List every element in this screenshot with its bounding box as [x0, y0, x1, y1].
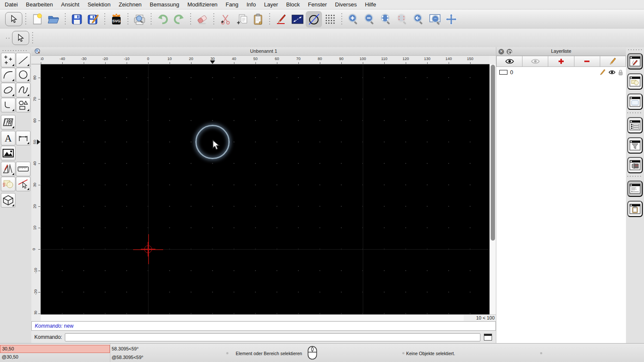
menu-item[interactable]: Bearbeiten — [26, 1, 53, 8]
coordinate-relative: @30,50 — [2, 354, 18, 359]
image-tool-button[interactable] — [1, 146, 15, 160]
hide-all-layers-button[interactable] — [522, 56, 548, 67]
undo-button[interactable] — [155, 11, 171, 27]
command-line-panel-button[interactable] — [627, 181, 643, 197]
zoom-window-button[interactable] — [427, 11, 443, 27]
show-all-layers-button[interactable] — [496, 56, 522, 67]
draw-misc-tools-button[interactable] — [1, 162, 15, 176]
document-title-bar[interactable]: Unbenannt 1 — [31, 47, 496, 56]
shape-tools-button[interactable] — [16, 98, 30, 112]
edit-pencil-icon[interactable] — [599, 69, 606, 75]
circle-icon — [18, 69, 29, 81]
clipboard-panel-button[interactable] — [627, 201, 643, 217]
add-layer-button[interactable] — [548, 56, 574, 67]
delete-button[interactable] — [194, 11, 210, 27]
horizontal-scrollbar[interactable] — [41, 314, 464, 321]
toolbar-separator — [32, 32, 33, 44]
menu-item[interactable]: Ansicht — [61, 1, 79, 8]
line-tools-button[interactable] — [16, 53, 30, 67]
layer-color-swatch[interactable] — [499, 70, 507, 75]
ellipse-tools-button[interactable] — [1, 83, 15, 97]
menu-item[interactable]: Datei — [5, 1, 18, 8]
remove-layer-button[interactable] — [574, 56, 600, 67]
detach-command-line-button[interactable] — [484, 334, 492, 341]
grid-toggle-button[interactable] — [322, 11, 338, 27]
point-tools-button[interactable] — [1, 53, 15, 67]
layer-list-panel: ✕ Layerliste 0 — [496, 47, 626, 343]
open-file-button[interactable] — [46, 11, 62, 27]
list-panel-button[interactable] — [627, 117, 643, 133]
zoom-selection-button[interactable] — [394, 11, 410, 27]
save-button[interactable] — [69, 11, 85, 27]
property-editor-panel-button[interactable] — [627, 53, 643, 69]
dock-handle — [628, 49, 642, 50]
right-dock-strip — [626, 47, 644, 362]
hatch-icon — [2, 118, 14, 127]
menu-item[interactable]: Info — [246, 1, 256, 8]
menu-item[interactable]: Fenster — [308, 1, 327, 8]
new-file-button[interactable] — [29, 11, 46, 27]
layer-row[interactable]: 0 — [496, 68, 626, 77]
zoom-out-button[interactable] — [361, 11, 378, 27]
menu-item[interactable]: Diverses — [335, 1, 357, 8]
print-preview-icon — [133, 13, 146, 25]
measure-tools-button[interactable] — [16, 162, 30, 176]
polyline-tools-button[interactable] — [1, 98, 15, 112]
auto-zoom-icon — [380, 13, 392, 26]
selection-filter-panel-button[interactable] — [627, 137, 643, 154]
active-tool-button[interactable] — [12, 31, 29, 45]
dimension-button[interactable] — [289, 11, 306, 27]
copy-button[interactable] — [234, 11, 250, 27]
paste-button[interactable] — [250, 11, 266, 27]
circle-tools-button[interactable] — [16, 68, 30, 82]
edit-layer-button[interactable] — [600, 56, 626, 67]
menu-item[interactable]: Bemassung — [150, 1, 179, 8]
modify-tools-button[interactable] — [16, 177, 30, 191]
circle-tool-button[interactable] — [306, 11, 322, 27]
spline-tools-button[interactable] — [16, 83, 30, 97]
arc-tools-button[interactable] — [1, 68, 15, 82]
pan-button[interactable] — [443, 11, 459, 27]
dock-separator — [627, 112, 643, 113]
horizontal-ruler: -50-40-30-20-100102030405060708090100110… — [41, 56, 489, 64]
vertical-scrollbar-thumb[interactable] — [491, 65, 495, 241]
selection-arrow-button[interactable] — [5, 12, 22, 26]
circle-tool-icon — [307, 13, 320, 26]
save-as-button[interactable] — [85, 11, 101, 27]
zoom-in-button[interactable] — [345, 11, 361, 27]
menu-item[interactable]: Hilfe — [365, 1, 376, 8]
cut-button[interactable] — [217, 11, 234, 27]
previous-view-button[interactable] — [410, 11, 427, 27]
layer-visible-eye-icon[interactable] — [608, 70, 616, 75]
command-input[interactable] — [65, 333, 480, 341]
solid-tools-button[interactable] — [1, 193, 15, 208]
grid-axis-x0 — [148, 64, 149, 314]
toolbar-separator — [213, 13, 214, 25]
print-preview-button[interactable] — [131, 11, 148, 27]
menu-item[interactable]: Zeichnen — [118, 1, 141, 8]
redo-icon — [173, 14, 185, 25]
view-panel-button[interactable] — [627, 94, 643, 110]
pan-icon — [445, 13, 458, 26]
block-tools-button[interactable] — [1, 177, 15, 191]
menu-item[interactable]: Layer — [264, 1, 278, 8]
drawing-canvas[interactable] — [41, 64, 489, 314]
svg-export-button[interactable]: SVG — [108, 11, 125, 27]
menu-item[interactable]: Modifizieren — [188, 1, 218, 8]
statusbar-separator — [110, 344, 110, 362]
block-shapes-panel-button[interactable] — [627, 73, 643, 90]
library-panel-button[interactable] — [627, 157, 643, 173]
auto-zoom-button[interactable] — [378, 11, 394, 27]
status-dot — [540, 352, 542, 354]
draw-pencil-button[interactable] — [273, 11, 289, 27]
hatch-tool-button[interactable] — [1, 115, 15, 130]
redo-button[interactable] — [171, 11, 187, 27]
vertical-scrollbar[interactable] — [489, 64, 496, 314]
text-tool-button[interactable]: A — [1, 131, 15, 145]
menu-item[interactable]: Block — [286, 1, 300, 8]
action-hint: Element oder Bereich selektieren — [236, 351, 302, 356]
menu-item[interactable]: Selektion — [88, 1, 110, 8]
menu-item[interactable]: Fang — [226, 1, 239, 8]
layer-lock-icon[interactable] — [618, 69, 623, 75]
dimension-tools-button[interactable] — [16, 131, 30, 145]
